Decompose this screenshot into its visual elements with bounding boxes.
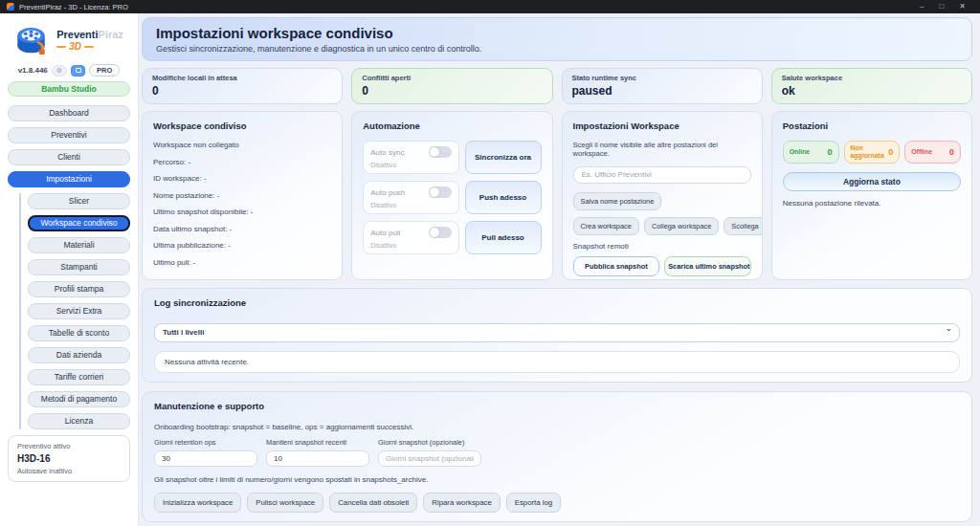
connect-workspace-button[interactable]: Collega workspace bbox=[644, 217, 719, 235]
sidebar-item-metodi-di-pagamento[interactable]: Metodi di pagamento bbox=[28, 391, 130, 407]
active-quote-label: Preventivo attivo bbox=[17, 442, 121, 450]
stat-runtime-sync: Stato runtime sync paused bbox=[562, 68, 763, 104]
clean-workspace-button[interactable]: Pulisci workspace bbox=[247, 493, 323, 513]
badge-label: Online bbox=[790, 148, 810, 156]
version-label: v1.8.446 bbox=[18, 66, 48, 75]
sidebar-item-slicer[interactable]: Slicer bbox=[28, 193, 130, 209]
sidebar-item-preventivi[interactable]: Preventivi bbox=[8, 127, 130, 143]
stations-empty-text: Nessuna postazione rilevata. bbox=[783, 199, 961, 208]
download-snapshot-button[interactable]: Scarica ultimo snapshot bbox=[664, 256, 751, 276]
sidebar-item-licenza[interactable]: Licenza bbox=[28, 413, 130, 429]
logo-dash bbox=[84, 46, 94, 48]
save-station-name-button[interactable]: Salva nome postazione bbox=[573, 192, 662, 210]
workspace-info-card: Workspace condiviso Workspace non colleg… bbox=[142, 111, 343, 280]
repair-workspace-button[interactable]: Ripara workspace bbox=[423, 493, 500, 513]
toggle-knob bbox=[430, 187, 439, 197]
section-title: Manutenzione e supporto bbox=[154, 401, 960, 411]
settings-gear-button[interactable]: ⚙ bbox=[52, 65, 67, 77]
sidebar-item-dashboard[interactable]: Dashboard bbox=[8, 105, 130, 121]
active-quote-card: Preventivo attivo H3D-16 Autosave inatti… bbox=[8, 435, 130, 482]
retention-days-label: Giorni retention ops bbox=[154, 438, 257, 447]
stat-pending-changes: Modifiche locali in attesa 0 bbox=[142, 68, 343, 104]
last-snapshot-line: Ultimo snapshot disponibile: - bbox=[153, 208, 331, 216]
publish-snapshot-button[interactable]: Pubblica snapshot bbox=[573, 256, 660, 276]
sidebar-item-clienti[interactable]: Clienti bbox=[8, 149, 130, 165]
sidebar-item-impostazioni[interactable]: Impostazioni bbox=[8, 171, 130, 187]
brand-secondary: Piraz bbox=[99, 29, 123, 40]
toggle-knob bbox=[430, 147, 439, 157]
stat-label: Modifiche locali in attesa bbox=[152, 74, 332, 82]
offline-badge: Offline 0 bbox=[904, 141, 961, 164]
keep-snapshots-label: Mantieni snapshot recenti bbox=[266, 438, 369, 447]
sidebar-item-dati-azienda[interactable]: Dati azienda bbox=[28, 347, 130, 363]
auto-push-state: Disattivo bbox=[370, 202, 451, 208]
stat-label: Stato runtime sync bbox=[572, 74, 752, 82]
spool-logo-icon bbox=[14, 23, 53, 57]
page-title: Impostazioni workspace condiviso bbox=[156, 25, 958, 41]
station-name-input[interactable] bbox=[573, 166, 751, 184]
page-header: Impostazioni workspace condiviso Gestisc… bbox=[142, 17, 972, 61]
auto-sync-label: Auto sync bbox=[370, 148, 404, 157]
station-name-line: Nome postazione: - bbox=[153, 191, 331, 200]
brand-sub: 3D bbox=[69, 41, 81, 52]
badge-value: 0 bbox=[949, 147, 954, 157]
minimize-button[interactable]: – bbox=[920, 0, 924, 13]
sidebar-item-profili-stampa[interactable]: Profili stampa bbox=[28, 281, 130, 297]
push-now-button[interactable]: Push adesso bbox=[465, 181, 542, 214]
refresh-status-button[interactable]: Aggiorna stato bbox=[783, 172, 961, 191]
snapshot-days-label: Giorni snapshot (opzionale) bbox=[378, 438, 481, 447]
auto-pull-box: Auto pull Disattivo bbox=[363, 221, 458, 254]
active-quote-value: H3D-16 bbox=[17, 453, 121, 464]
auto-sync-toggle[interactable] bbox=[429, 146, 452, 158]
gear-icon: ⚙ bbox=[56, 67, 62, 74]
badge-label: Non aggiornata bbox=[851, 144, 886, 160]
pull-now-button[interactable]: Pull adesso bbox=[465, 221, 542, 254]
stat-label: Salute workspace bbox=[782, 74, 962, 82]
log-level-select[interactable]: Tutti i livelli bbox=[154, 323, 960, 342]
disconnect-button[interactable]: Scollega bbox=[724, 217, 762, 235]
stat-value: paused bbox=[572, 84, 752, 98]
delete-obsolete-data-button[interactable]: Cancella dati obsoleti bbox=[329, 493, 417, 513]
brand-primary: Preventi bbox=[56, 29, 98, 40]
maximize-button[interactable]: □ bbox=[939, 0, 944, 13]
workspace-path-line: Percorso: - bbox=[153, 158, 331, 166]
stat-value: ok bbox=[782, 84, 962, 98]
workspace-settings-card: Impostazioni Workspace Scegli il nome vi… bbox=[562, 111, 763, 280]
sidebar-item-stampanti[interactable]: Stampanti bbox=[28, 259, 130, 275]
sync-log-section: Log sincronizzazione Tutti i livelli ⌄ N… bbox=[142, 288, 972, 383]
snapshot-days-field: Giorni snapshot (opzionale) bbox=[378, 438, 481, 467]
card-title: Workspace condiviso bbox=[153, 121, 331, 131]
retention-days-input[interactable] bbox=[154, 450, 257, 467]
toggle-knob bbox=[430, 228, 439, 237]
sidebar: PreventiPiraz 3D v1.8.446 ⚙ PRO Bambu St… bbox=[0, 13, 139, 526]
snapshot-days-input[interactable] bbox=[378, 450, 481, 467]
info-button[interactable] bbox=[71, 65, 85, 77]
last-publish-line: Ultima pubblicazione: - bbox=[153, 241, 331, 250]
maintenance-note: Gli snapshot oltre i limiti di numero/gi… bbox=[154, 475, 960, 484]
sidebar-item-workspace-condiviso[interactable]: Workspace condiviso bbox=[28, 215, 130, 231]
stat-value: 0 bbox=[362, 84, 542, 98]
sidebar-item-tariffe-corrieri[interactable]: Tariffe corrieri bbox=[28, 369, 130, 385]
bambu-studio-button[interactable]: Bambu Studio bbox=[8, 81, 130, 97]
initialize-workspace-button[interactable]: Inizializza workspace bbox=[154, 493, 241, 513]
auto-sync-state: Disattivo bbox=[370, 162, 451, 168]
export-log-button[interactable]: Esporta log bbox=[506, 493, 561, 513]
last-pull-line: Ultimo pull: - bbox=[153, 258, 331, 267]
window-icon bbox=[76, 68, 81, 73]
section-title: Log sincronizzazione bbox=[154, 297, 960, 308]
sidebar-item-materiali[interactable]: Materiali bbox=[28, 237, 130, 253]
auto-push-toggle[interactable] bbox=[429, 186, 452, 198]
sync-now-button[interactable]: Sincronizza ora bbox=[465, 141, 542, 174]
keep-snapshots-input[interactable] bbox=[266, 450, 369, 467]
close-button[interactable]: ✕ bbox=[959, 0, 966, 13]
window-title: PreventiPiraz - 3D - Licenza: PRO bbox=[19, 3, 128, 11]
stat-value: 0 bbox=[152, 84, 332, 98]
create-workspace-button[interactable]: Crea workspace bbox=[573, 217, 639, 235]
badge-value: 0 bbox=[888, 147, 893, 157]
auto-pull-toggle[interactable] bbox=[429, 227, 452, 238]
pro-badge: PRO bbox=[89, 64, 120, 77]
sidebar-item-servizi-extra[interactable]: Servizi Extra bbox=[28, 303, 130, 319]
workspace-id-line: ID workspace: - bbox=[153, 174, 331, 183]
sidebar-item-tabelle-di-sconto[interactable]: Tabelle di sconto bbox=[28, 325, 130, 341]
log-empty-text: Nessuna attività recente. bbox=[154, 351, 960, 373]
